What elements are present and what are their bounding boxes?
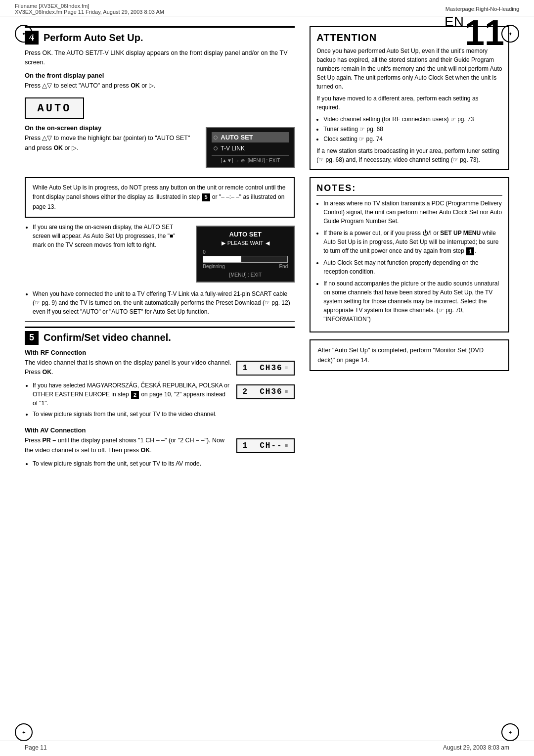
front-display-label: On the front display panel: [25, 72, 295, 79]
page-footer: Page 11 August 29, 2003 8:03 am: [0, 741, 534, 751]
auto-display-mockup: AUTO: [25, 97, 84, 119]
notes-item4: If no sound accompanies the picture or t…: [323, 279, 502, 324]
filename-label: Filename [XV3EX_06Index.fm]: [15, 3, 164, 9]
channel-display-av: 1 CH-- ≡: [236, 438, 295, 453]
corner-circle-tr: ✦: [501, 25, 519, 43]
onscreen-bottom-label: [▲▼] → ⊕ [MENU] : EXIT: [212, 158, 289, 163]
masterpage-label: Masterpage:Right-No-Heading: [445, 6, 519, 12]
rf-bullet1: If you have selected MAGYARORSZÁG, ČESKÁ…: [33, 381, 231, 408]
attention-bullet3: Clock setting ☞ pg. 74: [323, 135, 502, 143]
attention-bullet2: Tuner setting ☞ pg. 68: [323, 125, 502, 134]
pageline-label: XV3EX_06Index.fm Page 11 Friday, August …: [15, 9, 164, 15]
progress-bar-fill: [203, 256, 241, 262]
step-ref-1: 1: [466, 247, 474, 255]
attention-text2: If you have moved to a different area, p…: [316, 94, 502, 112]
step4-header: 4 Perform Auto Set Up.: [25, 26, 295, 45]
rf-bullets: If you have selected MAGYARORSZÁG, ČESKÁ…: [25, 381, 231, 419]
step5-box: 5: [25, 331, 39, 345]
arrow-icon2: ◀: [266, 240, 269, 246]
tvlink-bullet-list: When you have connected the unit to a TV…: [25, 289, 295, 316]
header-right: Masterpage:Right-No-Heading: [445, 6, 519, 12]
channel-display-rf2: 2 CH36 ≡: [236, 384, 295, 399]
step5-title: Confirm/Set video channel.: [44, 332, 171, 343]
warning-box: While Auto Set Up is in progress, do NOT…: [25, 177, 295, 218]
progress-bar: [203, 256, 288, 263]
notes-list: In areas where no TV station transmits a…: [316, 199, 502, 324]
notes-item3: Auto Clock Set may not function properly…: [323, 258, 502, 276]
step-ref-5: 5: [202, 193, 210, 201]
attention-bullets: Video channel setting (for RF connection…: [316, 115, 502, 143]
progress-beginning: Beginning: [203, 264, 224, 269]
autoset-title: AUTO SET: [203, 231, 288, 238]
step4-title: Perform Auto Set Up.: [44, 32, 143, 44]
progress-end: End: [279, 264, 288, 269]
onscreen-display-label: On the on-screen display: [25, 124, 198, 132]
warning-text: While Auto Set Up is in progress, do NOT…: [33, 183, 287, 212]
onscreen-row-tvlink: T-V LINK: [212, 143, 289, 153]
rf-connection-label: With RF Connection: [25, 349, 231, 356]
av-connection-text: Press PR – until the display panel shows…: [25, 436, 231, 455]
page-num: 11: [465, 13, 504, 52]
notes-item1: In areas where no TV station transmits a…: [323, 199, 502, 226]
tvlink-bullet: When you have connected the unit to a TV…: [33, 289, 295, 316]
autoset-subtitle: PLEASE WAIT: [227, 240, 264, 246]
after-auto-box: After "Auto Set Up" is completed, perfor…: [310, 339, 509, 371]
right-column: ATTENTION Once you have performed Auto S…: [310, 26, 509, 472]
av-bullet1: To view picture signals from the unit, s…: [33, 459, 231, 468]
av-connection-label: With AV Connection: [25, 426, 231, 434]
attention-text1: Once you have performed Auto Set Up, eve…: [316, 47, 502, 91]
onscreen-display-mockup: AUTO SET T-V LINK [▲▼] → ⊕ [MENU] : EXIT: [206, 127, 295, 168]
en-label: EN: [445, 14, 464, 29]
av-bullets: To view picture signals from the unit, s…: [25, 459, 231, 468]
step-ref-2: 2: [131, 391, 139, 399]
step5-header: 5 Confirm/Set video channel.: [25, 327, 295, 345]
onscreen-row-autoset: AUTO SET: [212, 132, 289, 142]
arrow-icon: ▶: [222, 240, 225, 246]
header-left: Filename [XV3EX_06Index.fm] XV3EX_06Inde…: [15, 3, 164, 15]
separator1: [25, 321, 295, 322]
main-content: 4 Perform Auto Set Up. Press OK. The AUT…: [0, 21, 534, 497]
left-column: 4 Perform Auto Set Up. Press OK. The AUT…: [25, 26, 295, 472]
autoset-bottom: [MENU] : EXIT: [203, 272, 288, 278]
onscreen-dot: [214, 136, 218, 140]
after-auto-text: After "Auto Set Up" is completed, perfor…: [317, 345, 501, 365]
notes-title: NOTES:: [316, 183, 502, 196]
corner-circle-tl: ✦: [15, 25, 33, 43]
onscreen-dot2: [214, 146, 218, 150]
autoset-bullet-list: If you are using the on-screen display, …: [25, 223, 181, 249]
channel-display-rf1: 1 CH36 ≡: [236, 361, 295, 376]
attention-text3: If a new station starts broadcasting in …: [316, 146, 502, 164]
rf-bullet2: To view picture signals from the unit, s…: [33, 410, 231, 419]
rf-connection-text: The video channel that is shown on the d…: [25, 358, 231, 378]
step4-intro: Press OK. The AUTO SET/T-V LINK display …: [25, 48, 295, 68]
page-wrapper: Filename [XV3EX_06Index.fm] XV3EX_06Inde…: [0, 0, 534, 756]
page-number-display: EN11: [445, 15, 504, 50]
corner-circle-bl: ✦: [15, 723, 33, 741]
onscreen-display-text: Press △▽ to move the highlight bar (poin…: [25, 134, 198, 153]
autoset-bullet1: If you are using the on-screen display, …: [33, 223, 181, 249]
footer-page: Page 11: [25, 744, 47, 751]
front-display-text: Press △▽ to select "AUTO" and press OK o…: [25, 81, 295, 91]
onscreen-divider: [212, 155, 289, 156]
notes-item2: If there is a power cut, or if you press…: [323, 229, 502, 255]
autoset-progress-display: AUTO SET ▶ PLEASE WAIT ◀ 0: [196, 226, 295, 283]
attention-bullet1: Video channel setting (for RF connection…: [323, 115, 502, 124]
corner-circle-br: ✦: [501, 723, 519, 741]
footer-date: August 29, 2003 8:03 am: [443, 744, 509, 751]
two-column-layout: 4 Perform Auto Set Up. Press OK. The AUT…: [25, 26, 509, 472]
notes-box: NOTES: In areas where no TV station tran…: [310, 177, 509, 332]
